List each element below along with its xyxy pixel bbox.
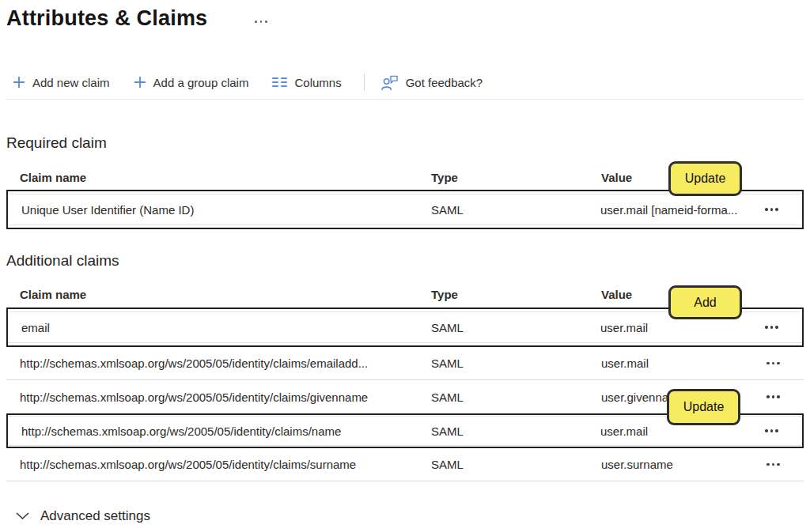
value-cell: user.mail [nameid-forma... xyxy=(600,203,762,217)
type-cell: SAML xyxy=(431,424,600,438)
claim-name-cell: http://schemas.xmlsoap.org/ws/2005/05/id… xyxy=(6,391,431,404)
toolbar-separator xyxy=(364,74,365,91)
type-cell: SAML xyxy=(431,321,600,334)
value-cell: user.mail xyxy=(600,424,762,438)
advanced-settings-label: Advanced settings xyxy=(40,508,150,524)
value-cell: user.mail xyxy=(601,357,763,370)
add-group-claim-button[interactable]: Add a group claim xyxy=(131,74,252,91)
claim-name-cell: Unique User Identifier (Name ID) xyxy=(8,203,431,217)
table-row-emailaddress[interactable]: http://schemas.xmlsoap.org/ws/2005/05/id… xyxy=(6,347,804,380)
claim-name-cell: http://schemas.xmlsoap.org/ws/2005/05/id… xyxy=(6,458,431,471)
more-horizontal-icon[interactable] xyxy=(763,357,783,370)
table-row-name-id[interactable]: Unique User Identifier (Name ID) SAML us… xyxy=(8,194,802,225)
more-horizontal-icon[interactable] xyxy=(762,321,782,334)
title-more-icon[interactable] xyxy=(252,17,271,26)
got-feedback-button[interactable]: Got feedback? xyxy=(377,73,486,92)
column-header-claim-name: Claim name xyxy=(6,288,431,301)
additional-claims-section-title: Additional claims xyxy=(6,252,119,270)
type-cell: SAML xyxy=(431,203,600,217)
add-group-claim-label: Add a group claim xyxy=(153,76,249,89)
advanced-settings-toggle[interactable]: Advanced settings xyxy=(16,508,150,524)
plus-icon xyxy=(134,76,146,89)
columns-button[interactable]: Columns xyxy=(269,74,344,91)
claim-name-cell: email xyxy=(8,321,431,334)
claim-name-cell: http://schemas.xmlsoap.org/ws/2005/05/id… xyxy=(8,424,431,438)
column-header-type: Type xyxy=(431,288,601,301)
table-row-surname[interactable]: http://schemas.xmlsoap.org/ws/2005/05/id… xyxy=(6,448,804,481)
add-new-claim-button[interactable]: Add new claim xyxy=(9,74,113,91)
more-horizontal-icon[interactable] xyxy=(763,391,783,403)
attributes-claims-page: Attributes & Claims Add new claim Add a … xyxy=(0,0,810,532)
type-cell: SAML xyxy=(431,391,601,404)
toolbar-divider xyxy=(6,99,804,100)
command-bar: Add new claim Add a group claim Columns xyxy=(9,71,503,93)
columns-label: Columns xyxy=(294,76,341,89)
annotation-add-email: Add xyxy=(668,285,742,319)
plus-icon xyxy=(13,76,25,89)
more-horizontal-icon[interactable] xyxy=(763,458,783,471)
add-new-claim-label: Add new claim xyxy=(32,76,110,89)
annotation-update-required: Update xyxy=(668,161,742,196)
more-horizontal-icon[interactable] xyxy=(762,424,782,437)
column-header-claim-name: Claim name xyxy=(6,171,431,184)
more-horizontal-icon[interactable] xyxy=(762,203,782,216)
got-feedback-label: Got feedback? xyxy=(406,76,483,89)
required-claim-section-title: Required claim xyxy=(6,134,107,152)
column-header-type: Type xyxy=(431,171,601,184)
chevron-down-icon xyxy=(16,511,29,523)
value-cell: user.mail xyxy=(600,321,762,334)
columns-icon xyxy=(272,77,287,88)
person-chat-icon xyxy=(380,74,399,91)
annotation-update-name: Update xyxy=(667,389,740,425)
page-title: Attributes & Claims xyxy=(6,6,207,31)
value-cell: user.surname xyxy=(601,458,763,471)
claim-name-cell: http://schemas.xmlsoap.org/ws/2005/05/id… xyxy=(6,357,431,370)
type-cell: SAML xyxy=(431,458,601,471)
type-cell: SAML xyxy=(431,357,601,370)
